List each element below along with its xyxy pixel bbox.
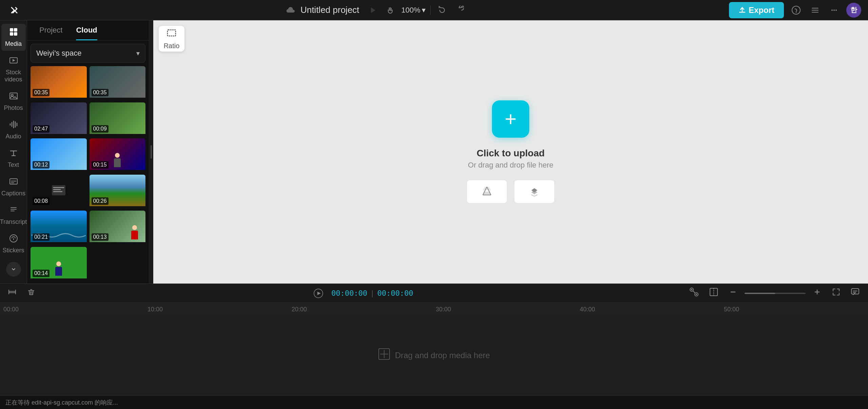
fullscreen-button[interactable]	[829, 286, 844, 300]
tab-project[interactable]: Project	[33, 20, 69, 40]
media-thumbnail: 00:35	[31, 66, 87, 98]
svg-rect-17	[9, 291, 16, 293]
zoom-out-button[interactable]	[726, 286, 741, 300]
list-item[interactable]: 00:35 202310091726...	[31, 66, 87, 100]
play-mode-button[interactable]	[366, 4, 379, 17]
autocut-button[interactable]	[686, 286, 702, 301]
list-item[interactable]: 00:12 202310091410...	[31, 138, 87, 172]
media-filename: speech.mp4	[90, 170, 146, 172]
list-item[interactable]: 00:13 autocut_3.mp4	[90, 211, 146, 244]
media-thumbnail: 02:47	[31, 102, 87, 134]
split-button[interactable]	[706, 286, 722, 301]
list-item[interactable]: 00:08 read.mp4	[31, 175, 87, 208]
media-thumbnail: 00:12	[31, 138, 87, 170]
upload-button[interactable]: +	[492, 100, 529, 138]
svg-marker-19	[317, 292, 321, 295]
sidebar-label-stickers: Stickers	[3, 247, 24, 254]
upload-subtitle: Or drag and drop file here	[468, 161, 553, 170]
audio-icon	[9, 120, 18, 132]
sidebar-item-text[interactable]: Text	[1, 145, 26, 172]
zoom-slider[interactable]	[745, 293, 806, 294]
ratio-button[interactable]: Ratio	[159, 26, 184, 52]
undo-button[interactable]	[435, 4, 448, 17]
timeline-play-button[interactable]	[311, 286, 326, 301]
list-item[interactable]: 00:09 pexels-pavel-d...	[90, 102, 146, 136]
dropbox-button[interactable]	[514, 180, 555, 203]
list-item[interactable]: 00:21 ocean.mp4	[31, 211, 87, 244]
upload-title: Click to upload	[468, 148, 553, 159]
sidebar-expand-button[interactable]	[6, 262, 21, 277]
delete-button[interactable]	[24, 285, 38, 301]
stickers-icon	[9, 234, 18, 246]
sidebar-item-captions[interactable]: Captions	[1, 173, 26, 200]
sidebar-item-stickers[interactable]: Stickers	[1, 230, 26, 257]
sidebar-item-photos[interactable]: Photos	[1, 88, 26, 115]
ruler-time: 50:00	[724, 306, 739, 313]
sidebar-item-transcript[interactable]: Transcript	[1, 202, 26, 229]
video-duration: 00:15	[92, 161, 108, 169]
media-icon	[9, 27, 18, 39]
video-duration: 00:09	[92, 125, 108, 133]
ruler-time: 40:00	[580, 306, 595, 313]
zoom-control[interactable]: 100% ▾	[401, 6, 426, 15]
comment-button[interactable]	[848, 286, 863, 300]
media-filename: 1.mp4	[90, 206, 146, 208]
svg-point-4	[833, 9, 835, 11]
status-text: 正在等待 edit-api-sg.capcut.com 的响应...	[5, 398, 118, 407]
sidebar-item-stock-videos[interactable]: Stock videos	[1, 52, 26, 86]
sidebar-label-media: Media	[5, 40, 22, 47]
zoom-in-button[interactable]	[810, 286, 825, 300]
list-item[interactable]: 00:35 video (1080p)...	[90, 66, 146, 100]
photos-icon	[9, 91, 18, 103]
more-button[interactable]	[827, 3, 841, 17]
svg-point-5	[835, 9, 837, 11]
video-duration: 00:12	[33, 161, 50, 169]
media-thumbnail: 00:35	[90, 66, 146, 98]
app-logo[interactable]	[7, 3, 22, 18]
topbar-divider	[430, 5, 431, 15]
ruler-mark: 40:00	[580, 306, 724, 313]
list-item[interactable]: 00:26 1.mp4	[90, 175, 146, 208]
ruler-time: 30:00	[436, 306, 451, 313]
space-selector[interactable]: Weiyi's space ▾	[31, 44, 145, 63]
hand-tool-button[interactable]	[384, 4, 397, 17]
list-item[interactable]: 00:15 speech.mp4	[90, 138, 146, 172]
tab-cloud[interactable]: Cloud	[69, 20, 104, 40]
sidebar-item-media[interactable]: Media	[1, 24, 26, 51]
video-duration: 00:35	[33, 89, 50, 96]
list-item[interactable]: 00:14	[31, 247, 87, 280]
google-drive-button[interactable]	[467, 180, 507, 203]
video-duration: 00:26	[92, 197, 108, 205]
svg-point-22	[691, 289, 692, 290]
media-filename: autocut_3.mp4	[90, 242, 146, 244]
time-separator: |	[371, 289, 373, 298]
video-duration: 00:35	[92, 89, 108, 96]
queue-button[interactable]	[808, 3, 822, 17]
timeline-toolbar: 00:00:00 | 00:00:00	[0, 284, 868, 303]
stock-videos-icon	[9, 56, 18, 67]
time-display: 00:00:00 | 00:00:00	[331, 289, 413, 298]
project-name[interactable]: Untitled project	[300, 5, 359, 15]
panel-resize-handle[interactable]	[149, 20, 153, 284]
user-avatar[interactable]: 한	[846, 3, 861, 18]
timeline-tracks[interactable]: Drag and drop media here	[0, 315, 868, 395]
help-button[interactable]	[789, 3, 803, 17]
media-filename: video (1080p)...	[90, 98, 146, 99]
video-duration: 00:08	[33, 197, 50, 205]
media-thumbnail: 00:21	[31, 211, 87, 242]
ruler-time: 00:00	[3, 306, 19, 313]
media-thumbnail: 00:08	[31, 175, 87, 206]
export-button[interactable]: Export	[729, 2, 784, 18]
person-figure	[113, 153, 121, 170]
canvas-upload-area: + Click to upload Or drag and drop file …	[153, 20, 868, 284]
left-sidebar: Media Stock videos Photos	[0, 20, 27, 284]
sidebar-item-audio[interactable]: Audio	[1, 116, 26, 143]
list-item[interactable]: 02:47 202310091555...	[31, 102, 87, 136]
media-filename	[31, 278, 87, 280]
trim-button[interactable]	[5, 285, 19, 301]
svg-rect-7	[14, 28, 17, 32]
person-green-screen	[55, 261, 63, 278]
redo-button[interactable]	[453, 4, 466, 17]
upload-text: Click to upload Or drag and drop file he…	[468, 148, 553, 170]
media-filename: ocean.mp4	[31, 242, 87, 244]
